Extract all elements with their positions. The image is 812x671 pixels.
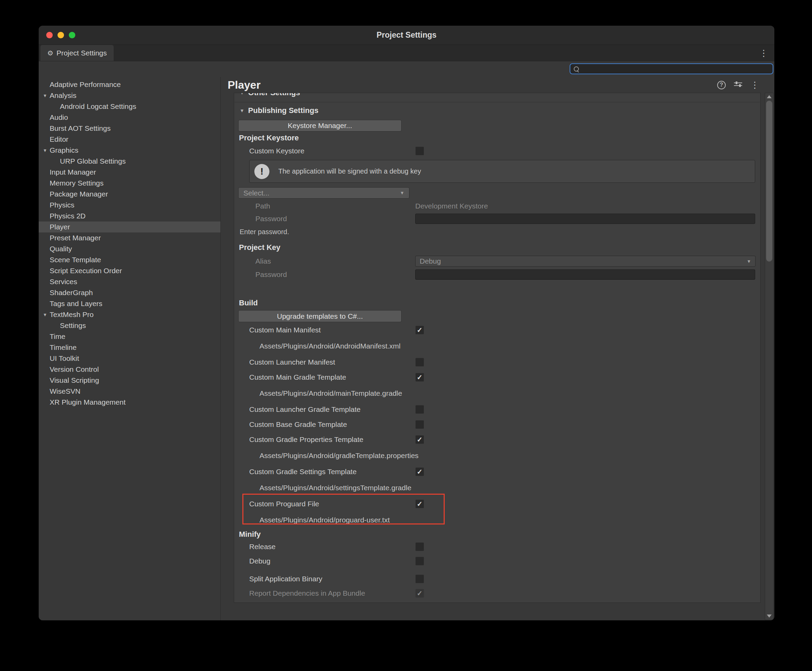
sidebar-item-editor[interactable]: Editor [39, 134, 220, 145]
sidebar-item-input-manager[interactable]: Input Manager [39, 167, 220, 178]
keystore-manager-button[interactable]: Keystore Manager... [238, 120, 402, 131]
sidebar-item-player[interactable]: Player [39, 221, 220, 232]
sidebar-item-physics-2d[interactable]: Physics 2D [39, 211, 220, 221]
custom-gradle-properties-template-checkbox[interactable]: ✓ [415, 435, 424, 444]
setting-label: Custom Keystore [249, 147, 304, 155]
debug-key-info-box: ! The application will be signed with a … [249, 160, 755, 183]
sidebar-item-label: ShaderGraph [49, 289, 93, 297]
settings-sidebar: Adaptive Performance▼AnalysisAndroid Log… [39, 77, 221, 620]
keystore-select-dropdown[interactable]: Select... ▼ [238, 187, 409, 199]
alias-dropdown: Debug ▼ [415, 256, 756, 267]
debug-checkbox[interactable] [415, 557, 424, 565]
foldout-arrow-icon[interactable]: ▼ [43, 312, 47, 317]
sidebar-item-label: UI Toolkit [49, 354, 79, 363]
gear-icon: ⚙ [47, 49, 53, 57]
sidebar-item-label: Package Manager [49, 190, 108, 198]
context-menu-icon[interactable]: ⋮ [751, 80, 759, 89]
close-window-button[interactable] [46, 32, 53, 38]
setting-row-custom-gradle-settings-template: Custom Gradle Settings Template✓ [234, 464, 760, 479]
development-keystore-label: Development Keystore [415, 202, 488, 210]
traffic-lights [46, 26, 75, 44]
section-other-settings[interactable]: ▼ Other Settings [240, 93, 300, 97]
sidebar-item-urp-global-settings[interactable]: URP Global Settings [39, 156, 220, 167]
section-publishing-settings[interactable]: ▼ Publishing Settings [240, 106, 318, 115]
sidebar-item-memory-settings[interactable]: Memory Settings [39, 178, 220, 189]
sidebar-item-timeline[interactable]: Timeline [39, 342, 220, 353]
sidebar-item-analysis[interactable]: ▼Analysis [39, 90, 220, 101]
sidebar-item-visual-scripting[interactable]: Visual Scripting [39, 375, 220, 386]
release-checkbox[interactable] [415, 542, 424, 551]
scroll-down-arrow-icon[interactable] [767, 615, 771, 618]
sidebar-item-preset-manager[interactable]: Preset Manager [39, 232, 220, 244]
sidebar-item-script-execution-order[interactable]: Script Execution Order [39, 265, 220, 276]
sidebar-item-wisesvn[interactable]: WiseSVN [39, 386, 220, 397]
setting-row-custom-main-gradle-template: Custom Main Gradle Template✓ [234, 370, 760, 385]
sidebar-item-adaptive-performance[interactable]: Adaptive Performance [39, 79, 220, 90]
sidebar-item-xr-plugin-management[interactable]: XR Plugin Management [39, 397, 220, 408]
sidebar-item-burst-aot-settings[interactable]: Burst AOT Settings [39, 123, 220, 134]
sidebar-item-time[interactable]: Time [39, 331, 220, 342]
search-input[interactable] [582, 65, 769, 73]
tab-project-settings[interactable]: ⚙ Project Settings [41, 45, 114, 61]
foldout-arrow-icon: ▼ [240, 93, 244, 95]
sidebar-item-audio[interactable]: Audio [39, 112, 220, 123]
foldout-arrow-icon: ▼ [240, 108, 244, 113]
sidebar-item-package-manager[interactable]: Package Manager [39, 189, 220, 199]
preset-icon[interactable] [733, 80, 743, 90]
search-box[interactable] [570, 63, 773, 74]
path-text: Assets/Plugins/Android/proguard-user.txt [259, 516, 390, 524]
foldout-arrow-icon[interactable]: ▼ [43, 148, 47, 153]
sidebar-item-scene-template[interactable]: Scene Template [39, 254, 220, 265]
report-dependencies-in-app-bundle-checkbox: ✓ [415, 589, 424, 598]
sidebar-item-textmesh-pro[interactable]: ▼TextMesh Pro [39, 309, 220, 320]
sidebar-item-label: TextMesh Pro [49, 310, 94, 319]
tab-menu-button[interactable]: ⋮ [759, 45, 768, 61]
sidebar-item-label: Physics [49, 201, 74, 209]
sidebar-item-version-control[interactable]: Version Control [39, 364, 220, 375]
custom-keystore-checkbox[interactable] [415, 146, 424, 155]
sidebar-item-physics[interactable]: Physics [39, 199, 220, 211]
window-titlebar: Project Settings [39, 26, 775, 45]
sidebar-item-settings[interactable]: Settings [39, 320, 220, 331]
sidebar-item-tags-and-layers[interactable]: Tags and Layers [39, 298, 220, 309]
scrollbar-thumb[interactable] [766, 100, 772, 262]
path-text: Assets/Plugins/Android/mainTemplate.grad… [259, 389, 402, 397]
minify-rows: ReleaseDebugSplit Application BinaryRepo… [234, 540, 760, 601]
split-application-binary-checkbox[interactable] [415, 574, 424, 583]
sidebar-item-graphics[interactable]: ▼Graphics [39, 145, 220, 156]
custom-launcher-gradle-template-checkbox[interactable] [415, 405, 424, 414]
page-title: Player [228, 79, 717, 91]
sidebar-item-ui-toolkit[interactable]: UI Toolkit [39, 353, 220, 364]
setting-row-custom-main-manifest: Custom Main Manifest✓ [234, 322, 760, 337]
sidebar-item-android-logcat-settings[interactable]: Android Logcat Settings [39, 101, 220, 112]
dropdown-value: Select... [243, 189, 269, 197]
custom-launcher-manifest-checkbox[interactable] [415, 358, 424, 367]
path-text: Assets/Plugins/Android/gradleTemplate.pr… [259, 451, 419, 460]
setting-path-row: Assets/Plugins/Android/mainTemplate.grad… [234, 385, 760, 402]
vertical-scrollbar[interactable] [765, 93, 774, 620]
scroll-up-arrow-icon[interactable] [767, 95, 771, 98]
check-icon: ✓ [417, 374, 423, 381]
custom-main-gradle-template-checkbox[interactable]: ✓ [415, 373, 424, 382]
sidebar-item-label: Android Logcat Settings [60, 102, 136, 111]
setting-label: Custom Base Gradle Template [249, 421, 347, 429]
custom-proguard-file-checkbox[interactable]: ✓ [415, 499, 424, 508]
upgrade-templates-button[interactable]: Upgrade templates to C#... [238, 310, 402, 322]
keystore-password-field [415, 214, 755, 224]
sidebar-item-quality[interactable]: Quality [39, 244, 220, 254]
minimize-window-button[interactable] [58, 32, 64, 38]
path-label: Path [255, 202, 270, 210]
sidebar-item-label: URP Global Settings [60, 157, 126, 165]
custom-main-manifest-checkbox[interactable]: ✓ [415, 325, 424, 334]
custom-base-gradle-template-checkbox[interactable] [415, 420, 424, 429]
sidebar-item-services[interactable]: Services [39, 276, 220, 287]
alias-label: Alias [255, 257, 271, 265]
sidebar-item-label: Editor [49, 135, 68, 143]
check-icon: ✓ [417, 436, 423, 443]
sidebar-item-shadergraph[interactable]: ShaderGraph [39, 287, 220, 298]
foldout-arrow-icon[interactable]: ▼ [43, 93, 47, 98]
custom-gradle-settings-template-checkbox[interactable]: ✓ [415, 467, 424, 476]
zoom-window-button[interactable] [69, 32, 75, 38]
help-icon[interactable]: ? [717, 81, 726, 89]
minify-header-label: Minify [239, 530, 261, 539]
